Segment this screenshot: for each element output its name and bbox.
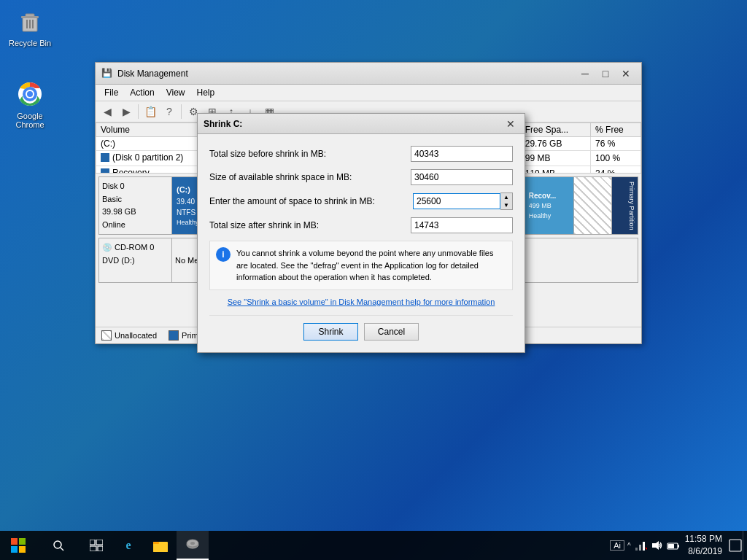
- system-tray: ^: [627, 539, 679, 552]
- desktop: Recycle Bin Google Chrome 💾 Disk Managem…: [0, 0, 747, 560]
- svg-line-15: [61, 548, 63, 551]
- notification-icon[interactable]: [728, 538, 743, 553]
- system-clock[interactable]: 11:58 PM 8/6/2019: [679, 533, 728, 558]
- notification-area: Ai ^: [610, 531, 747, 560]
- input-amount-shrink[interactable]: [413, 193, 500, 209]
- label-available-shrink: Size of available shrink space in MB:: [209, 172, 411, 182]
- search-icon: [53, 540, 64, 551]
- svg-rect-10: [11, 538, 18, 545]
- svg-rect-34: [668, 544, 674, 548]
- dialog-titlebar: Shrink C: ✕: [198, 114, 525, 134]
- cancel-button[interactable]: Cancel: [364, 323, 419, 341]
- shrink-dialog: Shrink C: ✕ Total size before shrink in …: [197, 113, 525, 353]
- dialog-help-link[interactable]: See "Shrink a basic volume" in Disk Mana…: [209, 298, 513, 306]
- shrink-button[interactable]: Shrink: [303, 323, 358, 341]
- spinner: ▲ ▼: [500, 192, 513, 210]
- field-available-shrink: Size of available shrink space in MB: 30…: [209, 169, 513, 185]
- task-view-icon: [90, 540, 103, 551]
- value-total-size-before: 40343: [411, 146, 513, 162]
- svg-rect-19: [98, 546, 103, 551]
- svg-rect-12: [11, 546, 18, 553]
- svg-rect-28: [639, 545, 641, 551]
- svg-rect-18: [90, 546, 96, 551]
- disk-mgmt-icon: [186, 538, 199, 551]
- field-total-size-before: Total size before shrink in MB: 40343: [209, 146, 513, 162]
- clock-time: 11:58 PM: [685, 533, 722, 545]
- spinner-down[interactable]: ▼: [500, 201, 512, 209]
- svg-rect-29: [643, 542, 645, 551]
- volume-icon[interactable]: [650, 539, 663, 552]
- svg-marker-31: [652, 541, 659, 550]
- taskbar: e Ai ^: [0, 531, 747, 560]
- field-total-size-after: Total size after shrink in MB: 14743: [209, 217, 513, 233]
- dialog-overlay: Shrink C: ✕ Total size before shrink in …: [0, 0, 747, 560]
- input-amount-wrap: ▲ ▼: [413, 192, 513, 210]
- svg-rect-11: [19, 538, 26, 545]
- value-total-size-after: 14743: [411, 217, 513, 233]
- svg-line-30: [646, 548, 647, 551]
- edge-button[interactable]: e: [112, 531, 144, 560]
- clock-date: 8/6/2019: [685, 545, 722, 558]
- ai-label[interactable]: Ai: [610, 540, 624, 551]
- dialog-info-box: i You cannot shrink a volume beyond the …: [209, 241, 513, 290]
- svg-rect-21: [153, 542, 159, 544]
- label-total-size-before: Total size before shrink in MB:: [209, 149, 411, 159]
- search-button[interactable]: [36, 531, 80, 560]
- svg-rect-27: [635, 548, 638, 551]
- svg-rect-17: [96, 540, 103, 545]
- windows-logo-icon: [11, 538, 26, 553]
- edge-icon: e: [125, 539, 131, 552]
- dialog-info-text: You cannot shrink a volume beyond the po…: [236, 247, 506, 284]
- network-icon[interactable]: [634, 539, 647, 552]
- dialog-body: Total size before shrink in MB: 40343 Si…: [198, 134, 525, 352]
- label-total-size-after: Total size after shrink in MB:: [209, 220, 411, 230]
- dialog-buttons: Shrink Cancel: [209, 315, 513, 341]
- value-available-shrink: 30460: [411, 169, 513, 185]
- power-icon[interactable]: [666, 539, 679, 552]
- svg-rect-13: [19, 546, 26, 553]
- file-explorer-button[interactable]: [144, 531, 177, 560]
- tray-expand[interactable]: ^: [627, 542, 631, 550]
- svg-rect-22: [153, 544, 168, 552]
- taskview-button[interactable]: [80, 531, 112, 560]
- start-button[interactable]: [0, 531, 36, 560]
- field-amount-shrink: Enter the amount of space to shrink in M…: [209, 192, 513, 210]
- info-icon: i: [216, 247, 231, 262]
- spinner-up[interactable]: ▲: [500, 193, 512, 201]
- show-desktop-button[interactable]: [743, 531, 747, 560]
- svg-point-26: [190, 542, 195, 545]
- svg-rect-35: [729, 540, 741, 551]
- dialog-title: Shrink C:: [204, 119, 503, 129]
- file-explorer-icon: [153, 539, 168, 552]
- svg-rect-16: [90, 540, 95, 545]
- svg-point-14: [54, 541, 61, 548]
- dialog-close-button[interactable]: ✕: [503, 117, 519, 131]
- label-amount-shrink: Enter the amount of space to shrink in M…: [209, 196, 413, 206]
- disk-mgmt-button[interactable]: [177, 531, 209, 560]
